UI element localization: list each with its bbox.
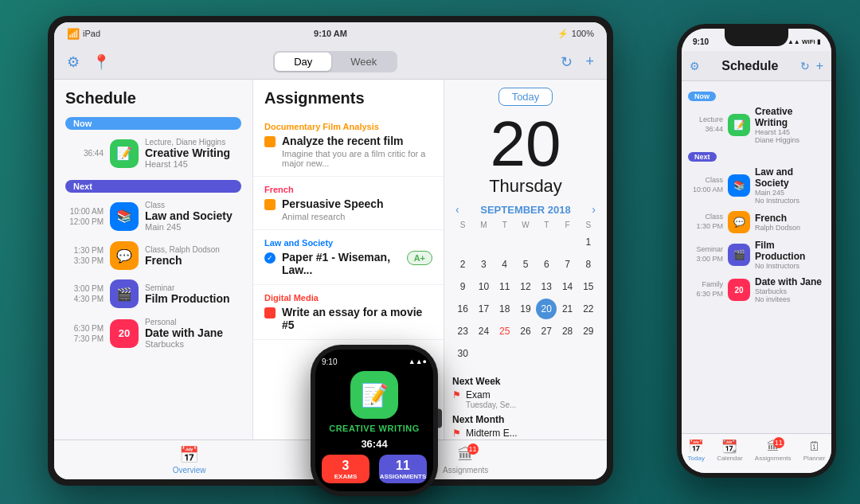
- cal-day-21[interactable]: 21: [557, 299, 578, 319]
- assign-row-4: Write an essay for a movie #5: [264, 306, 432, 331]
- cal-day-30[interactable]: 30: [452, 343, 473, 364]
- cal-event-midterm: ⚑ Midterm E... Tuesday, Oc...: [452, 428, 599, 440]
- cal-day-1[interactable]: 1: [578, 232, 599, 252]
- cal-day-22[interactable]: 22: [578, 299, 599, 319]
- assign-title-1: Analyze the recent film: [282, 135, 432, 147]
- cal-day-4[interactable]: 4: [494, 254, 515, 275]
- cal-day-15[interactable]: 15: [578, 276, 599, 297]
- week-tab[interactable]: Week: [331, 53, 396, 71]
- iphone-sync-icon[interactable]: ↻: [800, 60, 810, 72]
- cal-day-16[interactable]: 16: [452, 299, 473, 319]
- iphone-time-creative: Lecture 36:44: [688, 115, 723, 134]
- iphone-tab-calendar[interactable]: 📆 Calendar: [717, 439, 742, 462]
- cal-day-25[interactable]: 25: [494, 321, 515, 342]
- schedule-icon-date: 20: [110, 319, 139, 348]
- cal-event-exam-info: Exam Tuesday, Se...: [466, 389, 516, 409]
- cal-day-24[interactable]: 24: [473, 321, 494, 342]
- wifi-icon: 📶: [67, 28, 80, 40]
- schedule-item-film[interactable]: 3:00 PM 4:30 PM 🎬 Seminar Film Productio…: [54, 275, 252, 313]
- cal-day-empty: [494, 232, 515, 252]
- cal-day-20[interactable]: 20: [536, 299, 557, 319]
- schedule-info-date: Personal Date with Jane Starbucks: [145, 318, 244, 349]
- cal-day-2[interactable]: 2: [452, 254, 473, 275]
- cal-day-26[interactable]: 26: [515, 321, 536, 342]
- schedule-label-now: Lecture, Diane Higgins: [145, 138, 244, 147]
- today-button[interactable]: Today: [498, 88, 553, 106]
- iphone-sub-date: Starbucks: [755, 287, 825, 295]
- iphone-settings-icon[interactable]: ⚙: [690, 60, 700, 72]
- location-icon[interactable]: 📍: [92, 53, 110, 71]
- cal-day-empty: [473, 232, 494, 252]
- schedule-info-french: Class, Ralph Dodson French: [145, 245, 244, 267]
- schedule-item-french[interactable]: 1:30 PM 3:30 PM 💬 Class, Ralph Dodson Fr…: [54, 236, 252, 275]
- iphone-item-film[interactable]: Seminar 3:00 PM 🎬 Film Production No Ins…: [682, 236, 831, 273]
- iphone-next-badge: Next: [688, 152, 717, 162]
- iphone-tab-today[interactable]: 📅 Today: [688, 439, 705, 462]
- cal-day-7[interactable]: 7: [557, 254, 578, 275]
- cal-day-3[interactable]: 3: [473, 254, 494, 275]
- iphone-item-french[interactable]: Class 1:30 PM 💬 French Ralph Dodson: [682, 208, 831, 236]
- cal-day-28[interactable]: 28: [557, 321, 578, 342]
- assignment-item-3[interactable]: Law and Society ✓ Paper #1 - Wiseman, La…: [253, 230, 444, 285]
- cal-day-5[interactable]: 5: [515, 254, 536, 275]
- cal-day-6[interactable]: 6: [536, 254, 557, 275]
- settings-icon[interactable]: ⚙: [67, 53, 80, 71]
- cal-day-10[interactable]: 10: [473, 276, 494, 297]
- watch-assignments-btn[interactable]: 11 ASSIGNMENTS: [379, 455, 427, 483]
- assign-dot-2: [264, 199, 276, 210]
- grade-badge-3: A+: [407, 251, 432, 265]
- cal-day-19[interactable]: 19: [515, 299, 536, 319]
- tab-overview-label: Overview: [173, 466, 206, 475]
- cal-day-14[interactable]: 14: [557, 276, 578, 297]
- schedule-info-law: Class Law and Society Main 245: [145, 201, 244, 232]
- assign-sub-2: Animal research: [282, 212, 384, 221]
- ipad-label: iPad: [83, 29, 100, 38]
- iphone-item-date[interactable]: Family 6:30 PM 20 Date with Jane Starbuc…: [682, 273, 831, 307]
- iphone-tab-planner[interactable]: 🗓 Planner: [803, 440, 826, 462]
- iphone-assignments-icon: 🏛11: [767, 440, 780, 454]
- assignment-item-2[interactable]: French Persuasive Speech Animal research: [253, 177, 444, 230]
- assign-dot-1: [264, 136, 276, 147]
- cal-next-btn[interactable]: ›: [592, 203, 596, 216]
- add-icon[interactable]: +: [585, 53, 594, 70]
- watch-exams-num: 3: [342, 459, 350, 473]
- cal-day-29[interactable]: 29: [578, 321, 599, 342]
- cal-day-8[interactable]: 8: [578, 254, 599, 275]
- schedule-time-law: 10:00 AM 12:00 PM: [62, 206, 104, 227]
- cal-day-27[interactable]: 27: [536, 321, 557, 342]
- cal-day-23[interactable]: 23: [452, 321, 473, 342]
- iphone-today-icon: 📅: [688, 439, 704, 454]
- cal-day-12[interactable]: 12: [515, 276, 536, 297]
- cal-day-11[interactable]: 11: [494, 276, 515, 297]
- schedule-icon-film: 🎬: [110, 279, 139, 308]
- cal-day-9[interactable]: 9: [452, 276, 473, 297]
- day-tab[interactable]: Day: [275, 53, 331, 71]
- cal-day-18[interactable]: 18: [494, 299, 515, 319]
- watch-exams-label: EXAMS: [334, 473, 357, 480]
- schedule-item-date[interactable]: 6:30 PM 7:30 PM 20 Personal Date with Ja…: [54, 313, 252, 354]
- iphone-name-creative: Creative Writing: [755, 106, 825, 128]
- assignment-item-1[interactable]: Documentary Film Analysis Analyze the re…: [253, 114, 444, 177]
- iphone-icon-date: 20: [728, 279, 750, 301]
- iphone-time-law: Class 10:00 AM: [688, 176, 723, 194]
- schedule-item-now[interactable]: 36:44 📝 Lecture, Diane Higgins Creative …: [54, 133, 252, 174]
- assignment-item-4[interactable]: Digital Media Write an essay for a movie…: [253, 285, 444, 340]
- cal-day-13[interactable]: 13: [536, 276, 557, 297]
- iphone-info-law: Law and Society Main 245 No Instructors: [755, 166, 825, 205]
- iphone-item-law[interactable]: Class 10:00 AM 📚 Law and Society Main 24…: [682, 163, 831, 208]
- iphone-tab-assignments[interactable]: 🏛11 Assignments: [755, 440, 792, 462]
- iphone-info-film: Film Production No Instructors: [755, 240, 825, 270]
- iphone-add-icon[interactable]: +: [816, 59, 823, 73]
- tab-assignments[interactable]: 🏛 11 Assignments: [443, 446, 488, 475]
- iphone-notch: 9:10 ▲▲ WiFi ▮: [682, 29, 831, 51]
- iphone-item-creative[interactable]: Lecture 36:44 📝 Creative Writing Hearst …: [682, 103, 831, 147]
- cal-day-17[interactable]: 17: [473, 299, 494, 319]
- watch-exams-btn[interactable]: 3 EXAMS: [322, 455, 369, 483]
- overview-icon: 📅: [179, 445, 199, 464]
- cal-prev-btn[interactable]: ‹: [455, 203, 459, 216]
- tab-overview[interactable]: 📅 Overview: [173, 445, 206, 475]
- sync-icon[interactable]: ↻: [561, 53, 573, 71]
- schedule-item-law[interactable]: 10:00 AM 12:00 PM 📚 Class Law and Societ…: [54, 196, 252, 236]
- assign-category-3: Law and Society: [264, 238, 432, 248]
- iphone-notch-cutout: [725, 29, 788, 46]
